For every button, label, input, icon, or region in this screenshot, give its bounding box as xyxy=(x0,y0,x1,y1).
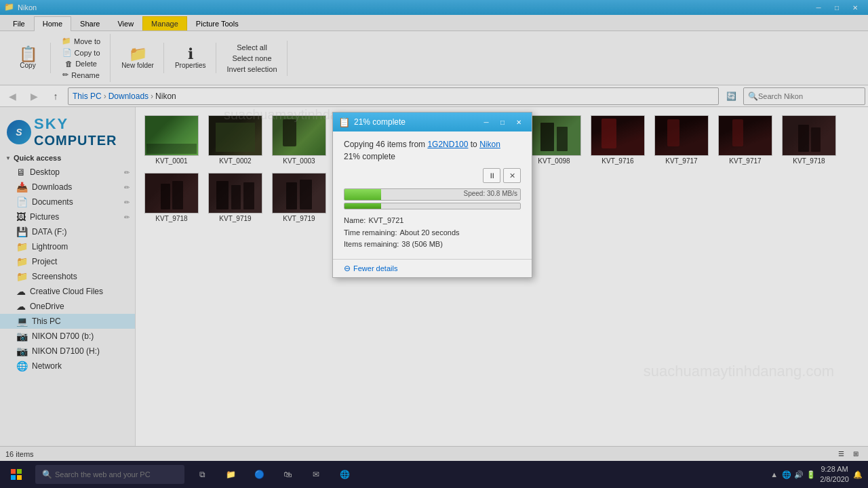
svg-rect-5 xyxy=(11,475,16,480)
svg-rect-6 xyxy=(17,475,22,480)
notification-button[interactable]: 🔔 xyxy=(853,470,863,479)
progress-bar-outer: Speed: 30.8 MB/s xyxy=(344,188,521,201)
store-button[interactable]: 🛍 xyxy=(274,461,301,488)
dialog-title-buttons: ─ □ ✕ xyxy=(479,116,526,128)
dialog-icon: 📋 xyxy=(338,117,350,127)
cortana-button[interactable]: 🔵 xyxy=(245,461,273,488)
dialog-close-button[interactable]: ✕ xyxy=(511,116,526,128)
dialog-copy-info: Copying 46 items from 1G2ND100 to Nikon xyxy=(344,140,521,149)
taskbar-search-box: 🔍 xyxy=(35,465,184,484)
dialog-minimize-button[interactable]: ─ xyxy=(479,116,494,128)
start-button[interactable] xyxy=(0,461,33,488)
time-label: Time remaining: xyxy=(344,227,397,239)
dialog-pause-button[interactable]: ⏸ xyxy=(483,168,500,183)
dialog-cancel-button[interactable]: ✕ xyxy=(503,168,521,183)
copy-dialog: 📋 21% complete ─ □ ✕ Copying 46 items fr… xyxy=(332,112,532,278)
items-value: 38 (506 MB) xyxy=(401,239,443,251)
fewer-details-text: Fewer details xyxy=(353,264,397,272)
progress-bar-fill-2 xyxy=(344,203,381,209)
source-link[interactable]: 1G2ND100 xyxy=(427,140,468,149)
dialog-items-row: Items remaining: 38 (506 MB) xyxy=(344,239,521,251)
progress-bar-fill xyxy=(344,189,381,200)
tray-time-text: 9:28 AM xyxy=(820,464,849,474)
svg-rect-4 xyxy=(17,469,22,474)
fewer-details-icon: ⊖ xyxy=(344,264,351,273)
mail-button[interactable]: ✉ xyxy=(302,461,330,488)
speed-text: Speed: 30.8 MB/s xyxy=(464,190,518,197)
dest-link[interactable]: Nikon xyxy=(479,140,500,149)
taskbar-search-icon: 🔍 xyxy=(42,470,52,479)
dialog-overlay: 📋 21% complete ─ □ ✕ Copying 46 items fr… xyxy=(0,0,868,462)
volume-tray-icon: 🔊 xyxy=(794,470,804,479)
taskbar: 🔍 ⧉ 📁 🔵 🛍 ✉ 🌐 ▲ 🌐 🔊 🔋 9:28 AM 2/8/2020 🔔 xyxy=(0,461,868,488)
progress-container: Speed: 30.8 MB/s xyxy=(344,188,521,209)
battery-tray-icon: 🔋 xyxy=(806,470,816,479)
dialog-maximize-button[interactable]: □ xyxy=(495,116,510,128)
task-view-button[interactable]: ⧉ xyxy=(189,461,216,488)
tray-icons: 🌐 🔊 🔋 xyxy=(782,470,816,479)
progress-bar-outer-2 xyxy=(344,203,521,209)
dialog-title-text: 21% complete xyxy=(354,117,475,127)
dialog-info: Name: KVT_9721 Time remaining: About 20 … xyxy=(344,215,521,251)
chrome-button[interactable]: 🌐 xyxy=(331,461,358,488)
network-tray-icon: 🌐 xyxy=(782,470,791,479)
taskbar-icons: ⧉ 📁 🔵 🛍 ✉ 🌐 xyxy=(189,461,358,488)
dialog-name-row: Name: KVT_9721 xyxy=(344,215,521,227)
dialog-body: Copying 46 items from 1G2ND100 to Nikon … xyxy=(333,131,532,259)
tray-up-arrow[interactable]: ▲ xyxy=(770,470,778,479)
svg-rect-3 xyxy=(11,469,16,474)
dialog-percent-complete: 21% complete xyxy=(344,152,521,161)
dialog-controls: ⏸ ✕ xyxy=(344,168,521,183)
time-value: About 20 seconds xyxy=(399,227,459,239)
tray-date-text: 2/8/2020 xyxy=(820,474,849,485)
name-label: Name: xyxy=(344,215,366,227)
dialog-time-row: Time remaining: About 20 seconds xyxy=(344,227,521,239)
system-tray: ▲ 🌐 🔊 🔋 9:28 AM 2/8/2020 🔔 xyxy=(770,464,868,485)
tray-clock[interactable]: 9:28 AM 2/8/2020 xyxy=(820,464,849,485)
dialog-footer[interactable]: ⊖ Fewer details xyxy=(333,259,532,277)
items-label: Items remaining: xyxy=(344,239,399,251)
file-explorer-taskbar-button[interactable]: 📁 xyxy=(217,461,244,488)
taskbar-search-input[interactable] xyxy=(55,470,178,479)
dialog-title-bar: 📋 21% complete ─ □ ✕ xyxy=(333,113,532,131)
name-value: KVT_9721 xyxy=(368,215,403,227)
